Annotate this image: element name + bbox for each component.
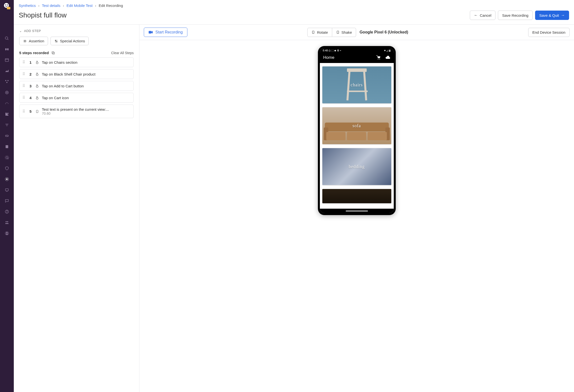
gauge-icon[interactable] (4, 100, 10, 106)
step-number: 4 (29, 96, 33, 100)
step-number: 5 (29, 109, 33, 114)
phone-icon (311, 30, 315, 34)
svg-point-27 (7, 212, 7, 213)
device-preview[interactable]: 8:48 ⎙ ⬚ ⬢ ⚙ • ♥ ◿ ▮ Home (318, 46, 396, 215)
phone-icon (336, 30, 340, 34)
puzzle-icon[interactable] (4, 111, 10, 117)
status-time: 8:48 (323, 49, 328, 52)
svg-point-15 (6, 92, 8, 93)
step-item[interactable]: ⠿ 2 Tap on Black Shell Chair product (19, 69, 134, 79)
book-icon[interactable] (4, 144, 10, 150)
breadcrumb-link[interactable]: Synthetics (19, 3, 36, 8)
save-recording-button[interactable]: Save Recording (498, 11, 533, 20)
step-item[interactable]: ⠿ 3 Tap on Add to Cart button (19, 81, 134, 91)
chevron-down-icon: ⌄ (19, 29, 22, 33)
search-icon[interactable] (4, 36, 10, 41)
rum-icon[interactable] (4, 187, 10, 193)
svg-rect-6 (5, 48, 6, 50)
drag-handle-icon[interactable]: ⠿ (21, 84, 26, 88)
shield-icon[interactable] (4, 165, 10, 171)
svg-line-5 (7, 39, 8, 40)
assertion-label: Assertion (29, 39, 44, 43)
status-icons-right: ♥ ◿ ▮ (384, 49, 391, 52)
infra-icon[interactable] (4, 79, 10, 85)
category-sofa[interactable]: sofa (322, 107, 391, 144)
drag-handle-icon[interactable]: ⠿ (21, 109, 26, 114)
svg-rect-7 (7, 48, 9, 50)
app-body[interactable]: chairs sofa bedding (320, 63, 394, 209)
arrow-left-icon: ← (474, 13, 478, 18)
svg-rect-24 (5, 189, 8, 191)
svg-rect-8 (7, 49, 7, 49)
svg-rect-39 (52, 52, 54, 54)
clear-all-steps[interactable]: Clear All Steps (111, 51, 134, 55)
shake-button[interactable]: Shake (332, 28, 356, 37)
assertion-button[interactable]: Assertion (19, 37, 48, 45)
binoculars-icon[interactable] (4, 46, 10, 52)
save-quit-button[interactable]: Save & Quit → (535, 11, 569, 20)
breadcrumb-link[interactable]: Edit Mobile Test (66, 3, 93, 8)
chart-icon[interactable] (4, 68, 10, 74)
add-step-label: ADD STEP (24, 29, 41, 33)
step-text: Tap on Chairs section (42, 60, 131, 64)
breadcrumb-current: Edit Recording (99, 3, 123, 8)
account-icon[interactable] (4, 230, 10, 236)
rotate-button[interactable]: Rotate (307, 28, 332, 37)
end-session-button[interactable]: End Device Session (528, 28, 570, 37)
save-quit-label: Save & Quit (539, 13, 559, 18)
breadcrumb-link[interactable]: Test details (42, 3, 60, 8)
copy-icon[interactable] (51, 51, 55, 55)
chevron-right-icon: › (63, 3, 64, 8)
arrow-right-icon: → (561, 13, 565, 18)
scan-icon[interactable] (4, 155, 10, 160)
step-number: 2 (29, 72, 33, 76)
phone-status-bar: 8:48 ⎙ ⬚ ⬢ ⚙ • ♥ ◿ ▮ (320, 48, 394, 53)
svg-rect-43 (149, 31, 151, 34)
svg-point-49 (379, 59, 380, 59)
chat-icon[interactable] (4, 198, 10, 204)
step-text: Test text is present on the current view… (42, 107, 131, 116)
drag-handle-icon[interactable]: ⠿ (21, 72, 26, 76)
svg-point-14 (5, 91, 8, 94)
special-actions-button[interactable]: Special Actions (50, 37, 89, 45)
filter-icon[interactable] (4, 122, 10, 128)
device-icon (35, 110, 40, 114)
category-more[interactable] (322, 189, 391, 203)
target-icon[interactable] (4, 90, 10, 96)
synthetics-icon[interactable] (4, 176, 10, 182)
svg-point-19 (6, 157, 8, 158)
step-subtext: 70.60 (42, 112, 131, 116)
home-indicator[interactable] (320, 209, 394, 213)
category-chairs[interactable]: chairs (322, 66, 391, 103)
breadcrumb: Synthetics › Test details › Edit Mobile … (14, 0, 574, 9)
app-header: Home (320, 53, 394, 63)
category-bedding[interactable]: bedding (322, 148, 391, 185)
step-item[interactable]: ⠿ 5 Test text is present on the current … (19, 105, 134, 118)
cloud-icon[interactable] (385, 55, 390, 60)
start-recording-button[interactable]: Start Recording (144, 28, 187, 37)
logo-icon[interactable] (2, 2, 11, 11)
svg-point-4 (5, 37, 8, 39)
drag-handle-icon[interactable]: ⠿ (21, 60, 26, 64)
step-item[interactable]: ⠿ 4 Tap on Cart icon (19, 93, 134, 103)
step-number: 1 (29, 60, 33, 64)
svg-point-2 (7, 4, 8, 5)
cart-icon[interactable] (376, 55, 381, 60)
page-title: Shopist full flow (19, 11, 67, 19)
team-icon[interactable] (4, 219, 10, 225)
special-actions-label: Special Actions (60, 39, 85, 43)
svg-point-22 (6, 178, 8, 180)
link-icon[interactable] (4, 133, 10, 139)
svg-rect-3 (7, 7, 10, 9)
cancel-button[interactable]: ← Cancel (470, 11, 496, 20)
step-item[interactable]: ⠿ 1 Tap on Chairs section (19, 57, 134, 67)
dashboard-icon[interactable] (4, 57, 10, 63)
help-icon[interactable] (4, 209, 10, 215)
device-name: Google Pixel 6 (Unlocked) (360, 30, 408, 35)
chevron-right-icon: › (95, 3, 96, 8)
add-step-toggle[interactable]: ⌄ ADD STEP (19, 29, 134, 33)
drag-handle-icon[interactable]: ⠿ (21, 96, 26, 100)
device-toolbar: Start Recording Rotate Shake Google Pixe… (139, 25, 574, 40)
step-text: Tap on Black Shell Chair product (42, 72, 131, 76)
step-text: Tap on Cart icon (42, 96, 131, 100)
